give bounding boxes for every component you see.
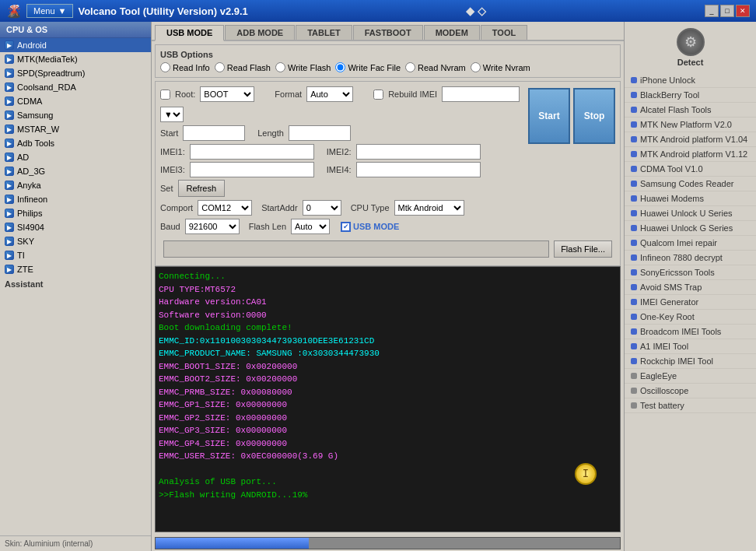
tool-blackberry[interactable]: BlackBerry Tool: [625, 88, 756, 103]
tool-a1-imei[interactable]: A1 IMEI Tool: [625, 339, 756, 354]
tool-cdma[interactable]: CDMA Tool V1.0: [625, 162, 756, 177]
tool-test-battery[interactable]: Test battery: [625, 398, 756, 413]
imei2-input[interactable]: [356, 144, 481, 160]
tool-broadcom-imei[interactable]: Broadcom IMEI Tools: [625, 325, 756, 339]
tool-samsung-codes[interactable]: Samsung Codes Reader: [625, 177, 756, 191]
radio-read-flash[interactable]: Read Flash: [215, 62, 271, 72]
tab-modem[interactable]: MODEM: [424, 25, 480, 40]
arrow-icon: ▶: [5, 40, 14, 50]
arrow-icon: ▶: [5, 68, 14, 78]
sidebar-item-label: Anyka: [17, 181, 41, 190]
assistant-label: Assistant: [5, 279, 44, 289]
tool-huawei-unlock-g[interactable]: Huawei Unlock G Series: [625, 221, 756, 236]
format-select[interactable]: Auto: [306, 86, 353, 102]
tool-mtk-android-112[interactable]: MTK Android platform V1.12: [625, 147, 756, 162]
cputype-select[interactable]: Mtk Android: [394, 200, 464, 216]
flash-file-input[interactable]: [163, 240, 549, 258]
flash-file-row: Flash File...: [163, 240, 612, 258]
sidebar-item-samsung[interactable]: ▶ Samsung: [0, 108, 151, 122]
tab-fastboot[interactable]: FASTBOOT: [353, 25, 423, 40]
tool-infineon[interactable]: Infineon 7880 decrypt: [625, 251, 756, 265]
menu-button[interactable]: Menu ▼: [26, 4, 73, 18]
startaddr-select[interactable]: 0: [303, 200, 341, 216]
length-input[interactable]: [289, 125, 351, 141]
sidebar-item-anyka[interactable]: ▶ Anyka: [0, 178, 151, 192]
tool-label: Avoid SMS Trap: [640, 283, 702, 292]
root-checkbox[interactable]: [160, 89, 170, 100]
length-label: Length: [257, 128, 284, 138]
root-select[interactable]: BOOT: [200, 86, 254, 102]
close-button[interactable]: ✕: [736, 5, 750, 17]
rebuild-imei-checkbox[interactable]: [373, 89, 383, 100]
radio-write-fac-input[interactable]: [335, 62, 345, 72]
sidebar-item-zte[interactable]: ▶ ZTE: [0, 262, 151, 276]
flashlen-select[interactable]: Auto: [291, 219, 330, 234]
log-line: Software version:0000: [159, 309, 617, 322]
sidebar-item-cdma[interactable]: ▶ CDMA: [0, 94, 151, 108]
tab-tool[interactable]: TOOL: [481, 25, 527, 40]
tool-label: MTK New Platform V2.0: [640, 120, 732, 129]
tool-iphone-unlock[interactable]: iPhone Unlock: [625, 73, 756, 88]
radio-write-fac[interactable]: Write Fac File: [335, 62, 401, 72]
tool-avoid-sms[interactable]: Avoid SMS Trap: [625, 280, 756, 295]
rebuild-imei-select[interactable]: ▼: [160, 107, 184, 122]
sidebar-item-ad[interactable]: ▶ AD: [0, 150, 151, 164]
detect-button[interactable]: ⚙ Detect: [625, 22, 756, 73]
start-input[interactable]: [183, 125, 245, 141]
sidebar-item-android[interactable]: ▶ Android: [0, 38, 151, 52]
tab-usb-mode[interactable]: USB MODE: [155, 25, 224, 41]
tool-one-key-root[interactable]: One-Key Root: [625, 310, 756, 325]
baud-select[interactable]: 921600: [185, 219, 240, 234]
progress-bar-container: [155, 537, 621, 549]
sidebar-item-spd[interactable]: ▶ SPD(Spreadtrum): [0, 66, 151, 80]
tool-huawei-unlock-u[interactable]: Huawei Unlock U Series: [625, 206, 756, 221]
tab-adb-mode[interactable]: ADB MODE: [225, 25, 295, 40]
radio-write-nvram[interactable]: Write Nvram: [471, 62, 530, 72]
imei1-input[interactable]: [190, 144, 314, 160]
sidebar-item-coolsand[interactable]: ▶ Coolsand_RDA: [0, 80, 151, 94]
tool-qualcom-imei[interactable]: Qualcom Imei repair: [625, 236, 756, 251]
sidebar-item-ad3g[interactable]: ▶ AD_3G: [0, 164, 151, 178]
tool-dot-icon: [631, 240, 637, 246]
flash-file-button[interactable]: Flash File...: [554, 240, 612, 258]
radio-write-nvram-input[interactable]: [471, 62, 481, 72]
minimize-button[interactable]: _: [705, 5, 719, 17]
comport-select[interactable]: COM12: [198, 200, 252, 216]
log-line: >>Flash writing ANDROID...19%: [159, 489, 617, 502]
tool-oscilloscope[interactable]: Oscilloscope: [625, 384, 756, 398]
stop-button[interactable]: Stop: [573, 88, 615, 144]
radio-read-nvram-input[interactable]: [405, 62, 415, 72]
tool-eagleeye[interactable]: EagleEye: [625, 369, 756, 384]
tool-alcatel[interactable]: Alcatel Flash Tools: [625, 103, 756, 118]
sidebar-item-si4904[interactable]: ▶ SI4904: [0, 220, 151, 234]
radio-read-info-input[interactable]: [160, 62, 170, 72]
sidebar-item-ti[interactable]: ▶ TI: [0, 248, 151, 262]
sidebar-item-philips[interactable]: ▶ Philips: [0, 206, 151, 220]
tool-label: Broadcom IMEI Tools: [640, 327, 721, 336]
radio-read-info[interactable]: Read Info: [160, 62, 210, 72]
radio-write-flash-input[interactable]: [275, 62, 285, 72]
arrow-icon: ▶: [5, 251, 14, 260]
tool-sonyericsson[interactable]: SonyEricsson Tools: [625, 265, 756, 280]
sidebar-item-sky[interactable]: ▶ SKY: [0, 234, 151, 248]
start-button[interactable]: Start: [528, 88, 570, 144]
tool-mtk-android-104[interactable]: MTK Android platform V1.04: [625, 132, 756, 147]
sidebar-item-mstar[interactable]: ▶ MSTAR_W: [0, 122, 151, 136]
sidebar-item-infineon[interactable]: ▶ Infineon: [0, 192, 151, 206]
radio-write-flash[interactable]: Write Flash: [275, 62, 331, 72]
refresh-button[interactable]: Refresh: [178, 180, 226, 197]
imei3-input[interactable]: [190, 162, 314, 177]
imei4-input[interactable]: [356, 162, 481, 177]
arrow-icon: ▶: [5, 97, 14, 106]
radio-read-flash-input[interactable]: [215, 62, 225, 72]
tool-rockchip[interactable]: Rockchip IMEI Tool: [625, 354, 756, 369]
tool-mtk-new[interactable]: MTK New Platform V2.0: [625, 118, 756, 132]
maximize-button[interactable]: □: [720, 5, 734, 17]
sidebar-item-adb[interactable]: ▶ Adb Tools: [0, 136, 151, 150]
tool-huawei-modems[interactable]: Huawei Modems: [625, 191, 756, 206]
tab-tablet[interactable]: TABLET: [296, 25, 352, 40]
sidebar-item-mtk[interactable]: ▶ MTK(MediaTek): [0, 52, 151, 66]
rebuild-imei-input[interactable]: [442, 86, 520, 102]
radio-read-nvram[interactable]: Read Nvram: [405, 62, 466, 72]
tool-imei-generator[interactable]: IMEI Generator: [625, 295, 756, 310]
